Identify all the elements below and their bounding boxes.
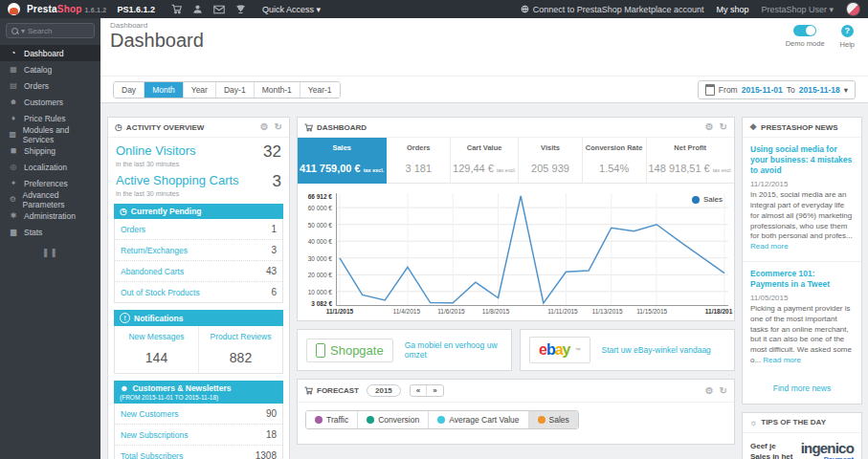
shopgate-module[interactable]: Shopgate Ga mobiel en verhoog uw omzet xyxy=(297,329,512,371)
ebay-link[interactable]: Start uw eBay-winkel vandaag xyxy=(602,345,711,355)
sidebar-item-orders[interactable]: ▤Orders xyxy=(0,77,100,94)
shopgate-link[interactable]: Ga mobiel en verhoog uw omzet xyxy=(405,340,502,360)
sidebar-search[interactable]: ▾ Search xyxy=(6,23,95,38)
search-caret[interactable]: ▾ xyxy=(21,27,25,35)
ebay-letters: ebay xyxy=(539,341,570,359)
sidebar-collapse-button[interactable]: ❚❚ xyxy=(0,248,100,257)
new-customers-row[interactable]: New Customers90 xyxy=(115,404,282,425)
article-title-link[interactable]: Ecommerce 101: Payments in a Tweet xyxy=(750,269,854,290)
pending-abandoned-carts-row[interactable]: Abandoned Carts43 xyxy=(115,261,282,282)
user-menu[interactable]: PrestaShop User ▾ xyxy=(761,5,834,14)
page-title: Dashboard xyxy=(110,30,858,52)
user-avatar[interactable] xyxy=(846,2,860,16)
help-label: Help xyxy=(840,40,855,49)
sidebar-item-modules[interactable]: ▩Modules and Services xyxy=(0,126,100,142)
activity-overview-panel: ◷ ACTIVITY OVERVIEW ⚙ ↻ Online Visitors3… xyxy=(107,117,290,459)
filter-year-1-button[interactable]: Year-1 xyxy=(300,82,340,98)
pending-orders-row[interactable]: Orders1 xyxy=(115,219,282,240)
sidebar-item-stats[interactable]: ▆Stats xyxy=(0,224,100,240)
sidebar-item-shipping[interactable]: ◼Shipping xyxy=(0,142,100,159)
total-subscribers-row[interactable]: Total Subscribers1308 xyxy=(115,446,282,459)
breadcrumb[interactable]: Dashboard xyxy=(110,21,858,30)
chart-x-axis: 11/1/201511/4/201511/6/201511/8/201511/1… xyxy=(336,306,723,318)
sidebar-item-advanced-parameters[interactable]: ⚙Advanced Parameters xyxy=(0,191,100,208)
forecast-conversion-button[interactable]: Conversion xyxy=(358,411,429,428)
date-range-picker[interactable]: From2015-11-01 To2015-11-18 ▾ xyxy=(698,80,856,99)
activity-refresh-icon[interactable]: ↻ xyxy=(275,122,282,132)
forecast-next-button[interactable]: » xyxy=(427,385,442,396)
forecast-avg-cart-button[interactable]: Average Cart Value xyxy=(429,411,528,428)
filter-day-1-button[interactable]: Day-1 xyxy=(216,82,255,98)
kpi-sales[interactable]: Sales411 759,00 € tax excl. xyxy=(298,138,387,184)
news-icon: ❖ xyxy=(749,122,757,132)
filter-month-button[interactable]: Month xyxy=(145,82,184,98)
online-visitors-metric[interactable]: Online Visitors32 in the last 30 minutes xyxy=(108,138,289,167)
read-more-link[interactable]: Read more xyxy=(750,242,789,251)
product-reviews-cell[interactable]: Product Reviews882 xyxy=(198,326,282,373)
dashboard-refresh-icon[interactable]: ↻ xyxy=(720,122,727,132)
mail-icon[interactable] xyxy=(213,5,225,14)
sidebar-item-catalog[interactable]: ▦Catalog xyxy=(0,61,100,77)
x-tick-label: 11/15/2015 xyxy=(636,308,667,315)
forecast-year[interactable]: 2015 xyxy=(367,384,401,397)
find-more-news-link[interactable]: Find more news xyxy=(743,375,861,404)
demo-mode-toggle[interactable] xyxy=(793,25,816,36)
prestashop-logo xyxy=(8,3,20,15)
kpi-strip: Sales411 759,00 € tax excl. Orders3 181 … xyxy=(298,138,734,184)
calendar-icon xyxy=(705,84,715,96)
x-tick-label: 11/6/2015 xyxy=(437,308,464,315)
ebay-module[interactable]: ebay™ Start uw eBay-winkel vandaag xyxy=(520,329,735,371)
quick-access-menu[interactable]: Quick Access ▾ xyxy=(262,5,321,14)
chart-legend[interactable]: Sales xyxy=(692,195,723,204)
my-shop-link[interactable]: My shop xyxy=(716,5,748,14)
kpi-conversion-rate[interactable]: Conversion Rate1.54% xyxy=(583,138,647,184)
filter-year-button[interactable]: Year xyxy=(184,82,216,98)
forecast-traffic-button[interactable]: Traffic xyxy=(306,411,358,428)
filter-day-button[interactable]: Day xyxy=(114,82,145,98)
forecast-prev-button[interactable]: « xyxy=(411,385,427,396)
dashboard-settings-icon[interactable]: ⚙ xyxy=(705,122,714,132)
kpi-visits[interactable]: Visits205 939 xyxy=(519,138,583,184)
y-tick-label: 60 000 € xyxy=(308,205,332,211)
trophy-icon[interactable] xyxy=(235,4,246,14)
customers-list: New Customers90 New Subscriptions18 Tota… xyxy=(114,404,283,459)
x-tick-label: 11/4/2015 xyxy=(393,308,420,315)
activity-icon: ◷ xyxy=(115,122,122,132)
localization-icon: ◎ xyxy=(9,163,18,171)
forecast-refresh-icon[interactable]: ↻ xyxy=(720,386,727,396)
kpi-orders[interactable]: Orders3 181 xyxy=(387,138,451,184)
sidebar-item-dashboard[interactable]: ◔Dashboard xyxy=(0,45,100,61)
y-tick-label: 30 000 € xyxy=(308,254,332,261)
forecast-settings-icon[interactable]: ⚙ xyxy=(705,386,714,396)
forecast-nav: « » xyxy=(410,384,444,397)
new-messages-cell[interactable]: New Messages144 xyxy=(115,326,198,373)
help-icon[interactable]: ? xyxy=(841,25,854,37)
news-title: PRESTASHOP NEWS xyxy=(761,123,838,132)
customers-bar-icon: ☻ xyxy=(120,383,128,393)
forecast-sales-button[interactable]: Sales xyxy=(529,411,578,428)
active-carts-metric[interactable]: Active Shopping Carts3 in the last 30 mi… xyxy=(108,167,289,197)
activity-settings-icon[interactable]: ⚙ xyxy=(260,122,269,132)
pending-out-of-stock-row[interactable]: Out of Stock Products6 xyxy=(115,282,282,302)
module-promos: Shopgate Ga mobiel en verhoog uw omzet e… xyxy=(297,329,735,371)
new-subscriptions-row[interactable]: New Subscriptions18 xyxy=(115,425,282,446)
sidebar-item-price-rules[interactable]: ♦Price Rules xyxy=(0,110,100,126)
sidebar-item-administration[interactable]: ✱Administration xyxy=(0,208,100,224)
x-tick-label: 11/18/201 xyxy=(705,308,733,315)
cart-icon[interactable] xyxy=(171,4,182,14)
demo-mode-label: Demo mode xyxy=(786,39,825,48)
customer-icon[interactable] xyxy=(192,4,203,14)
catalog-icon: ▦ xyxy=(9,65,18,74)
read-more-link[interactable]: Read more xyxy=(763,356,801,364)
sidebar-item-localization[interactable]: ◎Localization xyxy=(0,159,100,175)
brand-version: 1.6.1.2 xyxy=(85,7,107,13)
pending-returns-row[interactable]: Return/Exchanges3 xyxy=(115,240,282,261)
kpi-cart-value[interactable]: Cart Value129,44 € tax excl. xyxy=(451,138,519,184)
dashboard-content: ◷ ACTIVITY OVERVIEW ⚙ ↻ Online Visitors3… xyxy=(100,103,868,459)
article-title-link[interactable]: Using social media for your business: 4 … xyxy=(750,144,854,176)
filter-month-1-button[interactable]: Month-1 xyxy=(255,82,300,98)
sidebar-item-preferences[interactable]: ✦Preferences xyxy=(0,175,100,191)
sidebar-item-customers[interactable]: ☻Customers xyxy=(0,94,100,110)
kpi-net-profit[interactable]: Net Profit148 918,51 € tax excl. xyxy=(647,138,734,184)
marketplace-link[interactable]: Connect to PrestaShop Marketplace accoun… xyxy=(521,5,704,14)
